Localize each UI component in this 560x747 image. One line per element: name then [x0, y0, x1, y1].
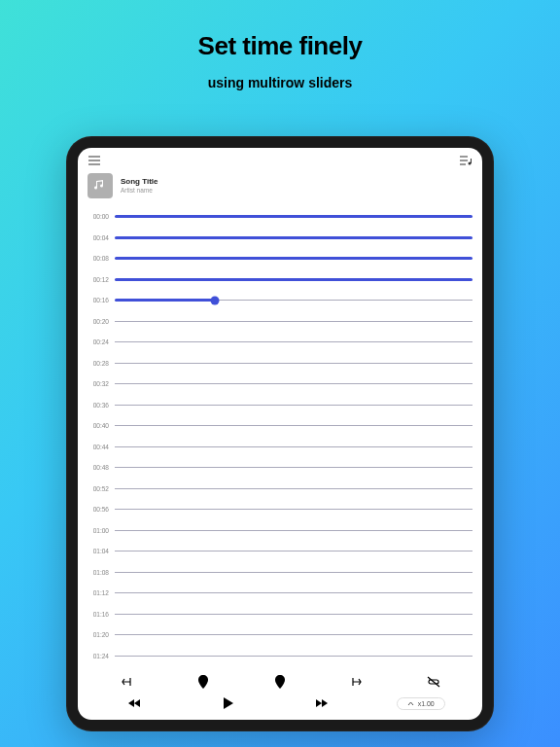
slider-track[interactable]	[115, 405, 472, 406]
slider-track[interactable]	[115, 321, 472, 322]
top-bar	[78, 148, 482, 169]
loop-toggle-button[interactable]	[414, 676, 453, 688]
marker-b-button[interactable]	[261, 675, 299, 689]
time-label: 00:08	[88, 255, 109, 262]
slider-track[interactable]	[115, 592, 472, 593]
hero-subtitle: using multirow sliders	[0, 75, 560, 90]
loop-start-button[interactable]	[107, 676, 146, 688]
speed-label: x1.00	[418, 700, 435, 707]
slider-row[interactable]: 00:36	[88, 395, 472, 416]
slider-track[interactable]	[115, 572, 472, 573]
slider-row[interactable]: 01:00	[88, 520, 472, 542]
slider-thumb[interactable]	[211, 296, 220, 304]
song-title: Song Title	[121, 178, 158, 187]
rewind-button[interactable]	[115, 698, 154, 708]
time-label: 00:16	[88, 297, 109, 303]
slider-row[interactable]: 01:24	[88, 646, 472, 667]
slider-track[interactable]	[115, 656, 472, 657]
slider-track[interactable]	[115, 300, 472, 301]
hero-title: Set time finely	[0, 0, 560, 61]
slider-track[interactable]	[115, 614, 472, 615]
time-label: 00:24	[88, 338, 109, 345]
slider-row[interactable]: 00:44	[88, 437, 472, 458]
slider-track[interactable]	[115, 363, 472, 364]
time-label: 01:20	[88, 631, 109, 638]
time-label: 00:12	[88, 276, 109, 283]
tablet-frame: Song Title Artist name 00:0000:0400:0800…	[66, 136, 494, 731]
slider-row[interactable]: 00:16	[88, 290, 472, 311]
slider-fill	[115, 278, 472, 281]
slider-fill	[115, 257, 472, 260]
time-label: 00:40	[88, 422, 109, 429]
time-label: 00:00	[88, 213, 109, 220]
slider-row[interactable]: 00:00	[88, 206, 472, 228]
multirow-sliders: 00:0000:0400:0800:1200:1600:2000:2400:28…	[78, 204, 482, 669]
time-label: 00:28	[88, 360, 109, 367]
slider-track[interactable]	[115, 425, 472, 426]
slider-row[interactable]: 00:28	[88, 353, 472, 374]
slider-track[interactable]	[115, 634, 472, 635]
marker-a-button[interactable]	[184, 675, 223, 689]
slider-row[interactable]: 00:20	[88, 311, 472, 333]
forward-button[interactable]	[302, 698, 341, 708]
time-label: 00:04	[88, 234, 109, 241]
slider-row[interactable]: 00:12	[88, 269, 472, 291]
menu-icon[interactable]	[88, 154, 101, 167]
slider-row[interactable]: 01:20	[88, 624, 472, 646]
slider-row[interactable]: 00:40	[88, 415, 472, 437]
slider-track[interactable]	[115, 383, 472, 384]
slider-row[interactable]: 01:12	[88, 583, 472, 604]
slider-track[interactable]	[115, 341, 472, 342]
play-button[interactable]	[209, 696, 248, 710]
time-label: 00:52	[88, 485, 109, 492]
chevron-up-icon	[407, 701, 414, 706]
slider-row[interactable]: 01:08	[88, 562, 472, 584]
loop-end-button[interactable]	[337, 676, 376, 688]
slider-track[interactable]	[115, 488, 472, 489]
album-art-placeholder	[88, 173, 113, 198]
slider-track[interactable]	[115, 467, 472, 468]
time-label: 01:16	[88, 611, 109, 618]
slider-row[interactable]: 00:48	[88, 457, 472, 479]
slider-fill	[115, 299, 215, 302]
slider-row[interactable]: 00:56	[88, 499, 472, 520]
playlist-icon[interactable]	[459, 154, 472, 167]
slider-track[interactable]	[115, 237, 472, 238]
slider-row[interactable]: 00:52	[88, 479, 472, 500]
slider-row[interactable]: 01:16	[88, 604, 472, 625]
time-label: 00:48	[88, 464, 109, 471]
slider-track[interactable]	[115, 509, 472, 510]
time-label: 01:08	[88, 569, 109, 576]
time-label: 01:12	[88, 589, 109, 596]
bottom-controls: x1.00	[78, 669, 482, 720]
slider-track[interactable]	[115, 530, 472, 531]
slider-row[interactable]: 00:24	[88, 332, 472, 353]
time-label: 01:24	[88, 653, 109, 659]
slider-track[interactable]	[115, 446, 472, 447]
time-label: 01:04	[88, 548, 109, 554]
time-label: 00:44	[88, 444, 109, 450]
slider-row[interactable]: 01:04	[88, 541, 472, 562]
slider-fill	[115, 215, 472, 218]
playback-speed-button[interactable]: x1.00	[397, 697, 445, 710]
slider-row[interactable]: 00:08	[88, 248, 472, 269]
artist-name: Artist name	[121, 187, 158, 194]
time-label: 00:20	[88, 318, 109, 325]
time-label: 00:32	[88, 380, 109, 387]
slider-row[interactable]: 00:04	[88, 228, 472, 249]
app-screen: Song Title Artist name 00:0000:0400:0800…	[78, 148, 482, 720]
time-label: 00:36	[88, 402, 109, 409]
slider-track[interactable]	[115, 279, 472, 280]
slider-track[interactable]	[115, 551, 472, 551]
slider-fill	[115, 236, 472, 239]
time-label: 00:56	[88, 506, 109, 513]
slider-track[interactable]	[115, 258, 472, 259]
slider-row[interactable]: 00:32	[88, 374, 472, 395]
slider-track[interactable]	[115, 216, 472, 217]
song-info: Song Title Artist name	[78, 169, 482, 204]
time-label: 01:00	[88, 527, 109, 534]
